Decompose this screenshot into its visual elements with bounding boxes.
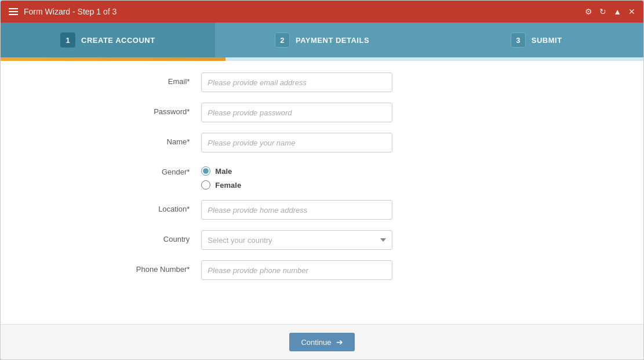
- continue-button[interactable]: Continue ➔: [289, 333, 354, 351]
- email-input[interactable]: [201, 72, 392, 92]
- name-field-wrap: [201, 133, 547, 152]
- email-label: Email*: [97, 72, 201, 86]
- name-label: Name*: [97, 133, 201, 146]
- gender-male-label: Male: [215, 167, 232, 176]
- continue-label: Continue: [301, 338, 331, 347]
- phone-input[interactable]: [201, 260, 392, 280]
- name-input[interactable]: [201, 133, 392, 152]
- password-field-wrap: [201, 103, 547, 122]
- gender-row: Gender* Male Female: [97, 163, 547, 190]
- form-area: Email* Password* Name*: [1, 61, 643, 324]
- form-table: Email* Password* Name*: [97, 72, 547, 280]
- country-row: Country Select your country: [97, 230, 547, 250]
- step-1[interactable]: 1 CREATE ACCOUNT: [1, 23, 215, 57]
- step-2[interactable]: 2 PAYMENT DETAILS: [215, 23, 430, 57]
- country-field-wrap: Select your country: [201, 230, 547, 250]
- step-2-label: PAYMENT DETAILS: [296, 36, 369, 45]
- refresh-icon[interactable]: ↻: [599, 7, 606, 16]
- location-field-wrap: [201, 200, 547, 220]
- step-1-label: CREATE ACCOUNT: [81, 36, 155, 45]
- gender-female-radio[interactable]: [201, 180, 210, 190]
- title-bar: Form Wizard - Step 1 of 3 ⚙ ↻ ▲ ✕: [1, 1, 643, 23]
- phone-row: Phone Number*: [97, 260, 547, 280]
- phone-field-wrap: [201, 260, 547, 280]
- gender-field-wrap: Male Female: [201, 163, 547, 190]
- location-row: Location*: [97, 200, 547, 220]
- steps-bar: 1 CREATE ACCOUNT 2 PAYMENT DETAILS 3 SUB…: [1, 23, 643, 57]
- country-label: Country: [97, 230, 201, 243]
- password-label: Password*: [97, 103, 201, 116]
- step-2-number: 2: [275, 32, 290, 48]
- gear-icon[interactable]: ⚙: [585, 7, 592, 16]
- gender-male-radio[interactable]: [201, 166, 210, 176]
- email-row: Email*: [97, 72, 547, 92]
- gender-female-label: Female: [215, 181, 241, 190]
- password-row: Password*: [97, 103, 547, 122]
- gender-female-item[interactable]: Female: [201, 180, 547, 190]
- gender-male-item[interactable]: Male: [201, 166, 547, 176]
- title-bar-left: Form Wizard - Step 1 of 3: [9, 7, 117, 16]
- location-input[interactable]: [201, 200, 392, 220]
- step-3-label: SUBMIT: [532, 36, 562, 45]
- name-row: Name*: [97, 133, 547, 152]
- password-input[interactable]: [201, 103, 392, 122]
- gender-radio-group: Male Female: [201, 163, 547, 190]
- phone-label: Phone Number*: [97, 260, 201, 274]
- country-select[interactable]: Select your country: [201, 230, 392, 250]
- title-bar-title: Form Wizard - Step 1 of 3: [24, 7, 117, 16]
- step-3-number: 3: [511, 32, 526, 48]
- menu-icon[interactable]: [9, 8, 18, 15]
- email-field-wrap: [201, 72, 547, 92]
- location-label: Location*: [97, 200, 201, 213]
- continue-arrow-icon: ➔: [336, 337, 343, 347]
- minimize-icon[interactable]: ▲: [613, 7, 621, 16]
- form-footer: Continue ➔: [1, 324, 643, 359]
- step-3[interactable]: 3 SUBMIT: [429, 23, 643, 57]
- window: Form Wizard - Step 1 of 3 ⚙ ↻ ▲ ✕ 1 CREA…: [0, 0, 644, 360]
- title-bar-actions: ⚙ ↻ ▲ ✕: [585, 7, 635, 16]
- close-icon[interactable]: ✕: [628, 7, 635, 16]
- gender-label: Gender*: [97, 163, 201, 176]
- step-1-number: 1: [60, 32, 75, 48]
